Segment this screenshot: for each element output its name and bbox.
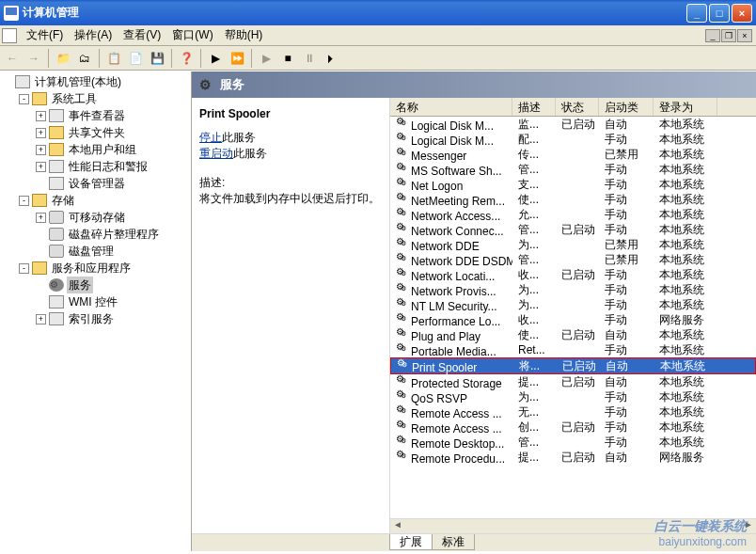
minimize-button[interactable]: _ <box>686 4 707 23</box>
service-row[interactable]: Network Access...允...手动本地系统 <box>390 207 756 222</box>
collapse-icon[interactable]: - <box>19 196 29 206</box>
stop-service-link[interactable]: 停止 <box>199 131 222 144</box>
tree-services[interactable]: 服务 <box>36 277 189 293</box>
service-icon <box>397 358 410 372</box>
menu-file[interactable]: 文件(F) <box>21 27 69 43</box>
service-icon <box>396 374 409 388</box>
service-row[interactable]: Protected Storage提...已启动自动本地系统 <box>390 374 756 389</box>
menu-action[interactable]: 操作(A) <box>69 27 118 43</box>
tree-disk-mgmt[interactable]: 磁盘管理 <box>36 243 189 260</box>
close-button[interactable]: × <box>732 4 752 23</box>
tree-shared-folders[interactable]: +共享文件夹 <box>36 124 189 141</box>
service-row[interactable]: Remote Procedu...提...已启动自动网络服务 <box>390 450 756 465</box>
service-row[interactable]: Remote Access ...创...已启动手动本地系统 <box>390 419 756 435</box>
mdi-close-button[interactable]: × <box>737 29 752 42</box>
service-icon <box>396 177 409 190</box>
service-icon <box>396 162 409 175</box>
tree-wmi[interactable]: WMI 控件 <box>36 293 189 310</box>
col-status[interactable]: 状态 <box>556 98 599 116</box>
menu-window[interactable]: 窗口(W) <box>166 27 218 43</box>
col-logon[interactable]: 登录为 <box>654 98 717 116</box>
properties-button[interactable]: 📋 <box>103 48 124 69</box>
tree-defrag[interactable]: 磁盘碎片整理程序 <box>36 226 189 243</box>
refresh-button[interactable]: 📄 <box>125 48 146 69</box>
event-viewer-icon <box>49 109 64 122</box>
service-row[interactable]: Logical Disk M...监...已启动自动本地系统 <box>390 117 756 132</box>
expand-icon[interactable]: + <box>36 213 46 223</box>
expand-icon[interactable]: + <box>36 128 46 138</box>
service-row[interactable]: NetMeeting Rem...使...手动本地系统 <box>390 192 756 207</box>
mdi-restore-button[interactable]: ❐ <box>721 29 736 42</box>
tree-storage[interactable]: -存储 +可移动存储 磁盘碎片整理程序 磁盘管理 <box>19 192 189 260</box>
service-row[interactable]: Remote Desktop...管...手动本地系统 <box>390 435 756 450</box>
service-row[interactable]: Performance Lo...收...手动网络服务 <box>390 312 756 327</box>
service-row[interactable]: Network DDE DSDM管...已禁用本地系统 <box>390 252 756 267</box>
service-icon <box>396 297 409 310</box>
indexing-icon <box>49 312 64 325</box>
tab-standard[interactable]: 标准 <box>432 534 475 550</box>
expand-icon[interactable]: + <box>36 162 46 172</box>
tree-indexing[interactable]: +索引服务 <box>36 310 189 327</box>
services-list[interactable]: Logical Disk M...监...已启动自动本地系统Logical Di… <box>390 117 756 518</box>
folder-icon <box>49 126 64 139</box>
tree-removable[interactable]: +可移动存储 <box>36 209 189 226</box>
tab-extended[interactable]: 扩展 <box>389 534 433 550</box>
collapse-icon[interactable]: - <box>19 94 29 104</box>
up-button[interactable]: 📁 <box>53 48 73 69</box>
service-row[interactable]: MS Software Sh...管...手动本地系统 <box>390 162 756 177</box>
export-list-button[interactable]: 💾 <box>147 48 167 69</box>
mdi-minimize-button[interactable]: _ <box>705 29 720 42</box>
service-row[interactable]: Network Locati...收...已启动手动本地系统 <box>390 267 756 282</box>
service-row[interactable]: Logical Disk M...配...手动本地系统 <box>390 132 756 147</box>
service-button-1[interactable]: ▶ <box>205 48 226 69</box>
tree-system-tools[interactable]: -系统工具 +事件查看器 +共享文件夹 +本地用户和组 +性能日志和警报 设备管… <box>19 90 189 192</box>
service-row[interactable]: Portable Media...Ret...手动本地系统 <box>390 342 756 357</box>
service-icon <box>396 419 409 433</box>
right-header-title: 服务 <box>220 76 244 93</box>
service-button-2[interactable]: ⏩ <box>227 48 247 69</box>
service-row[interactable]: Network Connec...管...已启动手动本地系统 <box>390 222 756 237</box>
show-hide-tree-button[interactable]: 🗂 <box>74 48 95 69</box>
service-row[interactable]: Network DDE为...已禁用本地系统 <box>390 237 756 252</box>
expand-icon[interactable]: + <box>36 111 46 121</box>
stop-service-button[interactable]: ■ <box>277 48 298 69</box>
tree-device-mgr[interactable]: 设备管理器 <box>36 175 189 192</box>
menu-view[interactable]: 查看(V) <box>118 27 166 43</box>
tree-perf-logs[interactable]: +性能日志和警报 <box>36 158 189 175</box>
maximize-button[interactable]: □ <box>709 4 730 23</box>
tree-services-apps[interactable]: -服务和应用程序 服务 WMI 控件 +索引服务 <box>19 260 189 327</box>
start-service-button: ▶ <box>256 48 276 69</box>
window-title: 计算机管理 <box>23 5 686 21</box>
service-row[interactable]: NT LM Security...为...手动本地系统 <box>390 297 756 312</box>
service-row[interactable]: Net Logon支...手动本地系统 <box>390 177 756 192</box>
service-row[interactable]: Messenger传...已禁用本地系统 <box>390 147 756 162</box>
col-name[interactable]: 名称 <box>390 98 512 116</box>
col-startup[interactable]: 启动类型 <box>599 98 654 116</box>
service-row[interactable]: Network Provis...为...手动本地系统 <box>390 282 756 297</box>
wmi-icon <box>49 295 64 309</box>
collapse-icon[interactable]: - <box>19 263 29 274</box>
service-row[interactable]: Remote Access ...无...手动本地系统 <box>390 404 756 419</box>
service-row[interactable]: Plug and Play使...已启动自动本地系统 <box>390 327 756 342</box>
menu-help[interactable]: 帮助(H) <box>219 27 269 43</box>
service-icon <box>396 267 409 280</box>
mdi-app-icon <box>2 28 17 43</box>
restart-service-link[interactable]: 重启动 <box>199 147 233 160</box>
computer-icon <box>15 75 30 88</box>
expand-icon[interactable]: + <box>36 314 46 324</box>
restart-service-button[interactable]: ⏵ <box>321 48 341 69</box>
col-desc[interactable]: 描述 <box>512 98 556 116</box>
service-row[interactable]: QoS RSVP为...手动本地系统 <box>390 389 756 404</box>
service-row[interactable]: Print Spooler将...已启动自动本地系统 <box>390 357 756 374</box>
expand-icon[interactable]: + <box>36 145 46 155</box>
device-icon <box>49 177 64 190</box>
service-icon <box>396 237 409 250</box>
help-button[interactable]: ❓ <box>176 48 197 69</box>
service-icon <box>396 389 409 403</box>
tree-panel[interactable]: 计算机管理(本地) -系统工具 +事件查看器 +共享文件夹 +本地用户和组 +性… <box>0 71 192 551</box>
tree-event-viewer[interactable]: +事件查看器 <box>36 107 189 124</box>
tree-root[interactable]: 计算机管理(本地) -系统工具 +事件查看器 +共享文件夹 +本地用户和组 +性… <box>2 73 189 327</box>
back-button: ← <box>2 48 23 69</box>
service-icon <box>396 282 409 295</box>
tree-local-users[interactable]: +本地用户和组 <box>36 141 189 158</box>
